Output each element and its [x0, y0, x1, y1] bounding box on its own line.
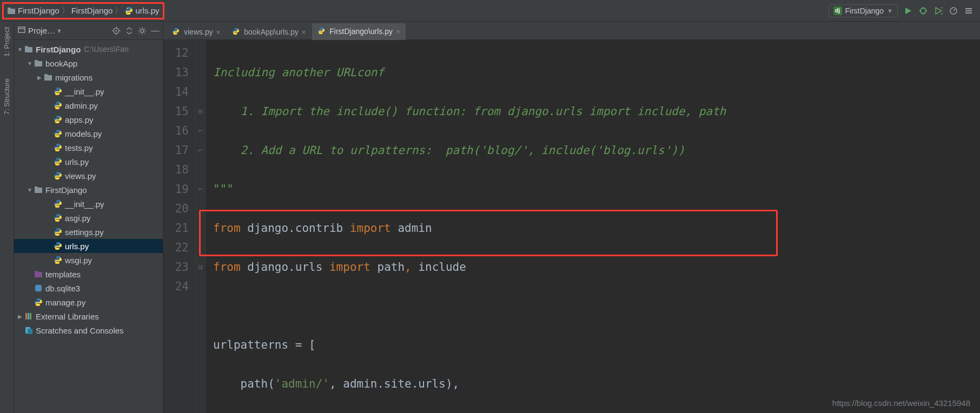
tree-scratches[interactable]: Scratches and Consoles — [14, 323, 163, 337]
code-line: 1. Import the include() function: from d… — [213, 105, 726, 118]
python-file-icon — [53, 171, 63, 181]
python-file-icon — [53, 86, 63, 96]
breadcrumb-file[interactable]: urls.py — [124, 6, 159, 15]
project-view-label: Proje… — [28, 26, 55, 35]
breadcrumb-folder[interactable]: FirstDjango — [71, 6, 113, 15]
chevron-right-icon: ▶ — [36, 75, 43, 81]
svg-point-17 — [116, 30, 117, 31]
library-icon — [24, 311, 34, 321]
svg-rect-13 — [965, 12, 972, 14]
tree-label: urls.py — [65, 157, 89, 166]
editor-tab-active[interactable]: FirstDjango\urls.py × — [312, 23, 405, 40]
editor-tab[interactable]: bookApp\urls.py × — [227, 24, 311, 39]
svg-rect-34 — [25, 313, 27, 319]
python-file-icon — [53, 199, 63, 209]
folder-icon — [7, 6, 16, 15]
tree-file-db[interactable]: db.sqlite3 — [14, 281, 163, 295]
tree-file[interactable]: asgi.py — [14, 211, 163, 225]
chevron-down-icon: ▼ — [26, 61, 34, 66]
code-line: 2. Add a URL to urlpatterns: path('blog/… — [213, 144, 685, 157]
profile-icon[interactable] — [949, 6, 958, 16]
tree-file[interactable]: settings.py — [14, 225, 163, 239]
code-line: path('admin/', admin.site.urls), — [213, 374, 980, 394]
scratches-icon — [24, 325, 34, 335]
tree-external-libraries[interactable]: ▶ External Libraries — [14, 309, 163, 323]
watermark: https://blog.csdn.net/weixin_43215948 — [832, 398, 970, 408]
code-text[interactable]: Including another URLconf 1. Import the … — [206, 40, 980, 413]
code-line: urlpatterns = [ — [213, 335, 980, 355]
tree-file[interactable]: __init__.py — [14, 84, 163, 98]
tool-button-project[interactable]: 1: Project — [3, 27, 11, 57]
tree-file-selected[interactable]: urls.py — [14, 239, 163, 253]
tree-file[interactable]: apps.py — [14, 112, 163, 126]
coverage-icon[interactable] — [933, 6, 943, 16]
code-line: """ — [213, 183, 234, 196]
hide-icon[interactable]: — — [151, 26, 160, 35]
debug-icon[interactable] — [918, 6, 928, 16]
close-icon[interactable]: × — [302, 28, 306, 36]
more-icon[interactable] — [964, 6, 974, 16]
project-tree[interactable]: ▼ FirstDjango C:\Users\Fan ▼ bookApp ▶ m… — [14, 40, 163, 413]
toolbar-right: dj FirstDjango ▼ — [829, 4, 978, 17]
gear-icon[interactable] — [138, 26, 147, 35]
python-file-icon — [53, 101, 63, 110]
tree-label: settings.py — [65, 228, 104, 237]
django-icon: dj — [833, 6, 842, 15]
chevron-down-icon: ▼ — [16, 46, 24, 52]
chevron-right-icon: ▶ — [16, 314, 24, 319]
svg-line-10 — [953, 9, 955, 11]
python-file-icon — [34, 297, 43, 307]
breadcrumb-root-label: FirstDjango — [18, 6, 59, 15]
tree-file[interactable]: admin.py — [14, 98, 163, 112]
expand-all-icon[interactable] — [125, 26, 134, 35]
tree-label: __init__.py — [65, 199, 104, 209]
tree-file[interactable]: views.py — [14, 169, 163, 183]
run-configuration-selector[interactable]: dj FirstDjango ▼ — [829, 4, 898, 17]
tree-file[interactable]: models.py — [14, 126, 163, 141]
editor: views.py × bookApp\urls.py × FirstDjango… — [163, 22, 980, 413]
tree-file[interactable]: wsgi.py — [14, 253, 163, 267]
tree-label: FirstDjango — [45, 185, 87, 195]
svg-rect-30 — [35, 186, 38, 189]
tree-folder-migrations[interactable]: ▶ migrations — [14, 70, 163, 84]
fold-gutter[interactable]: ⊟⌐⌐⌐⊟ — [196, 40, 206, 413]
tree-label: tests.py — [65, 143, 93, 152]
tree-label: urls.py — [65, 242, 89, 251]
tree-label: migrations — [55, 73, 92, 82]
tree-label: db.sqlite3 — [45, 284, 80, 293]
tree-label: apps.py — [65, 115, 94, 124]
left-tool-strip: 1: Project 7: Structure — [0, 22, 14, 413]
navigation-bar: FirstDjango 〉 FirstDjango 〉 urls.py dj F… — [0, 0, 980, 22]
python-file-icon — [53, 157, 63, 166]
tool-button-structure[interactable]: 7: Structure — [3, 78, 11, 115]
locate-icon[interactable] — [112, 26, 121, 35]
chevron-down-icon: ▼ — [26, 187, 34, 193]
tree-file-manage[interactable]: manage.py — [14, 295, 163, 309]
python-file-icon — [124, 6, 133, 15]
line-gutter: 12131415161718192021222324 — [163, 40, 196, 413]
code-area[interactable]: 12131415161718192021222324 ⊟⌐⌐⌐⊟ Includi… — [163, 40, 980, 413]
tree-folder-templates[interactable]: templates — [14, 267, 163, 281]
tree-project-root[interactable]: ▼ FirstDjango C:\Users\Fan — [14, 42, 163, 56]
chevron-down-icon: ▼ — [56, 28, 62, 34]
chevron-down-icon: ▼ — [887, 8, 893, 14]
tab-label: bookApp\urls.py — [244, 28, 298, 36]
editor-tab[interactable]: views.py × — [167, 24, 226, 39]
tree-folder-bookapp[interactable]: ▼ bookApp — [14, 56, 163, 70]
breadcrumb-sep: 〉 — [62, 6, 69, 16]
tree-file[interactable]: urls.py — [14, 155, 163, 169]
svg-rect-11 — [965, 8, 972, 9]
svg-point-3 — [130, 12, 131, 14]
run-icon[interactable] — [903, 6, 913, 16]
python-file-icon — [172, 28, 181, 36]
tree-file[interactable]: __init__.py — [14, 197, 163, 211]
project-view-selector[interactable]: Proje… ▼ — [17, 25, 62, 36]
tree-folder-firstdjango[interactable]: ▼ FirstDjango — [14, 183, 163, 197]
tree-label: wsgi.py — [65, 256, 92, 265]
close-icon[interactable]: × — [396, 28, 400, 36]
close-icon[interactable]: × — [216, 28, 221, 36]
python-file-icon — [53, 129, 63, 138]
tree-file[interactable]: tests.py — [14, 141, 163, 155]
python-file-icon — [232, 28, 241, 36]
breadcrumb-root[interactable]: FirstDjango — [7, 6, 59, 15]
